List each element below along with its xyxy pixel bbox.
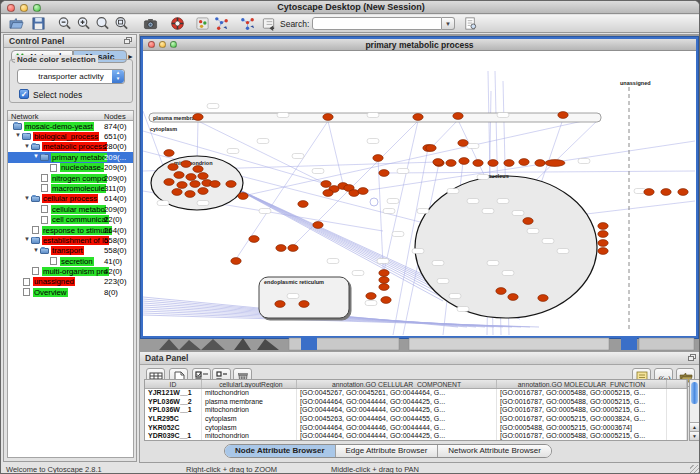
network-node[interactable]: [366, 293, 376, 300]
column-header[interactable]: ID: [145, 380, 202, 388]
network-node[interactable]: [458, 140, 468, 147]
manage-plugins-button[interactable]: [260, 16, 277, 32]
network-node[interactable]: [379, 284, 389, 291]
network-node[interactable]: [379, 170, 389, 177]
tree-row[interactable]: ▼transport558(0): [8, 246, 133, 256]
title-bar[interactable]: Cytoscape Desktop (New Session): [1, 1, 700, 14]
network-node[interactable]: [226, 181, 236, 188]
network-node[interactable]: [379, 277, 389, 284]
network-node[interactable]: [535, 160, 545, 167]
network-node[interactable]: [190, 181, 200, 188]
network-node[interactable]: [373, 155, 383, 162]
tree-row[interactable]: ▼primary metabo209(...: [8, 152, 133, 162]
network-node[interactable]: [231, 258, 241, 265]
tab-node-attribute-browser[interactable]: Node Attribute Browser: [225, 445, 336, 457]
network-node[interactable]: [504, 160, 514, 167]
vizmapper-button[interactable]: [194, 16, 211, 32]
layout-network-1-button[interactable]: [213, 16, 230, 32]
network-node[interactable]: [299, 301, 309, 308]
network-graph[interactable]: plasma membranecytoplasmmitochondrionnuc…: [143, 51, 696, 336]
network-node[interactable]: [488, 160, 498, 167]
tree-row[interactable]: multi-organism pro42(0): [8, 266, 133, 276]
network-node[interactable]: [288, 245, 298, 252]
network-node[interactable]: [238, 193, 248, 200]
network-node[interactable]: [538, 295, 548, 302]
table-scrollbar[interactable]: ▲ ▼: [689, 379, 700, 441]
zoom-fit-button[interactable]: [113, 16, 130, 32]
network-node[interactable]: [313, 222, 323, 229]
disclosure-triangle-icon[interactable]: ▼: [15, 132, 21, 138]
tree-row[interactable]: ▼cellular process614(0): [8, 194, 133, 204]
table-row[interactable]: YKR052Ccytoplasm[GO:0044464, GO:0044446,…: [145, 424, 687, 433]
resize-grip[interactable]: [690, 465, 700, 474]
network-node[interactable]: [186, 174, 196, 181]
network-node[interactable]: [164, 179, 174, 186]
disclosure-triangle-icon[interactable]: ▼: [33, 153, 39, 159]
network-node[interactable]: [545, 160, 565, 167]
network-node[interactable]: [174, 172, 184, 179]
network-node[interactable]: [210, 181, 220, 188]
network-node[interactable]: [473, 160, 483, 167]
disclosure-triangle-icon[interactable]: ▼: [33, 247, 39, 253]
tree-row[interactable]: Overview8(0): [8, 287, 133, 297]
help-lifesaver-button[interactable]: [169, 16, 186, 32]
network-node[interactable]: [249, 236, 259, 243]
zoom-in-button[interactable]: [75, 16, 92, 32]
scroll-up-arrow[interactable]: ▲: [690, 422, 699, 431]
tree-row[interactable]: macromolecule311(0): [8, 183, 133, 193]
network-node[interactable]: [598, 223, 608, 230]
network-node[interactable]: [598, 231, 608, 238]
network-node[interactable]: [168, 164, 178, 171]
network-node[interactable]: [433, 159, 443, 166]
tree-row[interactable]: ▼metabolic process280(0): [8, 142, 133, 152]
network-node[interactable]: [598, 248, 608, 255]
table-row[interactable]: YDR039C__1mitochondrion[GO:0044464, GO:0…: [145, 432, 687, 441]
tree-row[interactable]: nucleobase-209(0): [8, 163, 133, 173]
network-node[interactable]: [496, 288, 506, 295]
control-panel-header[interactable]: Control Panel: [4, 35, 136, 48]
network-node[interactable]: [644, 189, 654, 196]
network-node[interactable]: [172, 189, 182, 196]
network-node[interactable]: [181, 161, 191, 168]
column-header[interactable]: annotation.GO MOLECULAR_FUNCTION: [497, 380, 667, 388]
network-node[interactable]: [298, 201, 308, 208]
network-node[interactable]: [164, 150, 174, 157]
network-node[interactable]: [193, 166, 203, 173]
network-node[interactable]: [413, 114, 423, 121]
column-header[interactable]: _cellularLayoutRegion: [202, 380, 297, 388]
zoom-out-button[interactable]: [56, 16, 73, 32]
search-combo-arrow[interactable]: ▼: [442, 17, 455, 30]
network-node[interactable]: [598, 240, 608, 247]
tab-edge-attribute-browser[interactable]: Edge Attribute Browser: [336, 445, 439, 457]
attribute-table[interactable]: ID_cellularLayoutRegionannotation.GO CEL…: [144, 379, 688, 441]
network-node[interactable]: [275, 301, 285, 308]
node-color-dropdown[interactable]: transporter activity ▲▼: [17, 69, 125, 84]
network-node[interactable]: [198, 173, 208, 180]
network-node[interactable]: [426, 145, 436, 152]
tree-row[interactable]: secretion41(0): [8, 256, 133, 266]
disclosure-triangle-icon[interactable]: ▼: [24, 195, 30, 201]
data-panel-header[interactable]: Data Panel: [140, 352, 700, 365]
float-panel-icon[interactable]: [124, 37, 133, 45]
select-nodes-checkbox[interactable]: ✓: [19, 89, 29, 99]
table-row[interactable]: YLR295Ccytoplasm[GO:0045263, GO:0044464,…: [145, 415, 687, 424]
network-window-titlebar[interactable]: primary metabolic process: [143, 39, 696, 51]
attribute-table-body[interactable]: YJR121W__1mitochondrion[GO:0045267, GO:0…: [145, 389, 687, 441]
tree-row[interactable]: nitrogen compo209(0): [8, 173, 133, 183]
network-node[interactable]: [276, 245, 286, 252]
network-node[interactable]: [177, 182, 187, 189]
network-node[interactable]: [519, 159, 529, 166]
table-row[interactable]: YPL036W__2plasma membrane[GO:0044464, GO…: [145, 398, 687, 407]
search-input[interactable]: [312, 17, 442, 30]
network-tree[interactable]: mosaic-demo-yeast874(0)▼biological_proce…: [7, 121, 134, 458]
tab-network-attribute-browser[interactable]: Network Attribute Browser: [438, 445, 550, 457]
tree-row[interactable]: response to stimulu264(0): [8, 225, 133, 235]
network-node[interactable]: [185, 191, 195, 198]
save-session-button[interactable]: [30, 16, 47, 32]
network-node[interactable]: [459, 158, 469, 165]
network-node[interactable]: [381, 297, 391, 304]
network-node[interactable]: [508, 294, 518, 301]
scroll-down-arrow[interactable]: ▼: [690, 431, 699, 440]
tree-row[interactable]: mosaic-demo-yeast874(0): [8, 121, 133, 131]
table-row[interactable]: YPL036W__1mitochondrion[GO:0044464, GO:0…: [145, 406, 687, 415]
